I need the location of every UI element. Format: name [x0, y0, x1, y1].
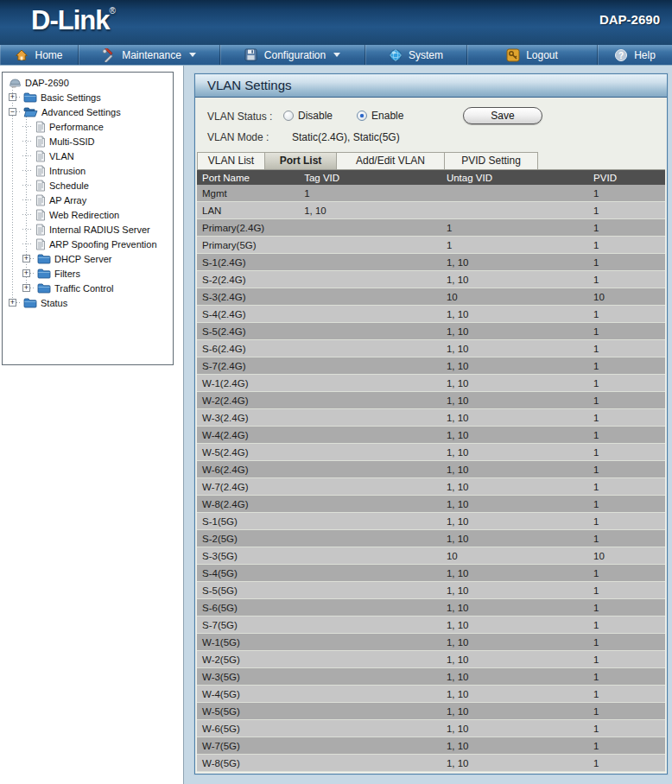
table-row: S-7(2.4G)1, 101: [197, 357, 665, 375]
sidebar-item-advanced-settings[interactable]: −Advanced Settings: [3, 104, 173, 119]
nav-item-configuration[interactable]: Configuration: [220, 45, 365, 65]
nav-item-logout[interactable]: Logout: [467, 45, 598, 65]
expand-toggle[interactable]: −: [9, 108, 16, 116]
table-row: W-3(2.4G)1, 101: [197, 409, 665, 427]
sidebar-item-schedule[interactable]: Schedule: [3, 178, 173, 193]
sidebar-item-multi-ssid[interactable]: Multi-SSID: [3, 134, 173, 149]
cell-untag-vid: 1, 10: [441, 565, 588, 582]
sidebar-item-vlan[interactable]: VLAN: [3, 149, 173, 163]
cell-pvid: 1: [588, 513, 665, 530]
table-row: W-7(2.4G)1, 101: [197, 478, 665, 496]
cell-pvid: 1: [588, 461, 665, 478]
table-header-row: Port NameTag VIDUntag VIDPVID: [197, 170, 665, 185]
cell-tag-vid: [299, 409, 441, 427]
cell-port-name: S-2(5G): [197, 530, 299, 547]
cell-untag-vid: 1, 10: [441, 340, 588, 357]
sidebar-item-label: Performance: [49, 122, 104, 132]
nav-item-label: Home: [35, 49, 62, 61]
table-row: S-5(5G)1, 101: [197, 582, 665, 599]
table-row: Primary(2.4G)11: [197, 219, 665, 237]
tree-connector: [22, 170, 33, 171]
page-icon: [35, 121, 46, 133]
cell-tag-vid: [299, 340, 441, 357]
radio-option-disable[interactable]: Disable: [283, 110, 333, 122]
cell-port-name: W-1(5G): [197, 634, 299, 651]
nav-item-help[interactable]: ?Help: [598, 45, 672, 65]
cell-tag-vid: 1, 10: [299, 202, 441, 219]
cell-pvid: 1: [588, 634, 665, 651]
sidebar-item-intrusion[interactable]: Intrusion: [3, 163, 173, 178]
cell-port-name: S-6(2.4G): [197, 340, 299, 357]
radio-disable[interactable]: [283, 111, 294, 121]
cell-untag-vid: 1, 10: [441, 478, 588, 496]
help-icon: ?: [614, 48, 628, 62]
sidebar-item-label: Internal RADIUS Server: [49, 224, 150, 235]
cell-pvid: 1: [588, 616, 665, 634]
expand-toggle[interactable]: +: [9, 299, 16, 307]
sidebar-item-arp-spoofing-prevention[interactable]: ARP Spoofing Prevention: [3, 237, 173, 251]
nav-item-home[interactable]: Home: [0, 45, 79, 65]
cell-untag-vid: 1: [441, 219, 588, 237]
radio-enable[interactable]: [357, 111, 367, 121]
cell-tag-vid: [299, 634, 441, 651]
sidebar: DAP-2690+Basic Settings−Advanced Setting…: [0, 66, 184, 784]
cell-port-name: LAN: [197, 202, 299, 219]
col-header-port-name: Port Name: [197, 170, 299, 185]
save-button[interactable]: Save: [463, 107, 542, 124]
page-icon: [35, 224, 46, 236]
expand-toggle[interactable]: +: [22, 269, 30, 277]
nav-item-system[interactable]: System: [365, 45, 467, 65]
cell-tag-vid: [299, 686, 441, 703]
cell-tag-vid: [299, 323, 441, 340]
tab-add-edit-vlan[interactable]: Add/Edit VLAN: [337, 152, 445, 169]
cell-tag-vid: [299, 582, 441, 599]
dlink-logo: D-Link®: [31, 5, 116, 36]
cell-tag-vid: [299, 513, 441, 530]
sidebar-item-ap-array[interactable]: AP Array: [3, 193, 173, 207]
cell-untag-vid: 1, 10: [441, 755, 588, 772]
expand-toggle[interactable]: +: [22, 255, 30, 262]
sidebar-item-web-redirection[interactable]: Web Redirection: [3, 207, 173, 222]
cell-tag-vid: [299, 496, 441, 513]
tab-pvid-setting[interactable]: PVID Setting: [445, 152, 538, 169]
table-row: W-5(5G)1, 101: [197, 703, 665, 720]
cell-tag-vid: [299, 219, 441, 237]
cell-untag-vid: 1, 10: [441, 530, 588, 547]
vlan-mode-label: VLAN Mode :: [207, 131, 283, 143]
sidebar-item-internal-radius-server[interactable]: Internal RADIUS Server: [3, 222, 173, 237]
tree-connector: [30, 258, 35, 259]
radio-option-enable[interactable]: Enable: [357, 110, 403, 122]
sidebar-item-dhcp-server[interactable]: +DHCP Server: [3, 251, 173, 266]
cell-untag-vid: 1, 10: [441, 496, 588, 513]
table-row: W-6(2.4G)1, 101: [197, 461, 665, 478]
cell-port-name: W-6(2.4G): [197, 461, 299, 478]
cell-port-name: W-2(2.4G): [197, 392, 299, 409]
sidebar-item-traffic-control[interactable]: +Traffic Control: [3, 281, 173, 295]
sidebar-item-dap-2690[interactable]: DAP-2690: [3, 75, 173, 90]
tab-port-list[interactable]: Port List: [265, 152, 337, 169]
sidebar-item-filters[interactable]: +Filters: [3, 266, 173, 281]
app-window: D-Link® DAP-2690 HomeMaintenanceConfigur…: [0, 0, 672, 784]
cell-port-name: S-5(2.4G): [197, 323, 299, 340]
sidebar-item-basic-settings[interactable]: +Basic Settings: [3, 90, 173, 104]
sidebar-item-label: DHCP Server: [54, 254, 111, 264]
tree-connector: [30, 288, 35, 288]
cell-port-name: W-6(5G): [197, 720, 299, 737]
cell-untag-vid: 1, 10: [441, 392, 588, 409]
cell-tag-vid: [299, 565, 441, 582]
tree-connector: [22, 229, 33, 230]
cell-tag-vid: [299, 375, 441, 392]
expand-toggle[interactable]: +: [22, 284, 30, 292]
cell-pvid: 1: [588, 202, 665, 219]
nav-item-maintenance[interactable]: Maintenance: [79, 45, 220, 65]
sidebar-item-label: Basic Settings: [41, 92, 101, 103]
masthead: D-Link® DAP-2690: [0, 0, 672, 45]
col-header-untag-vid: Untag VID: [441, 170, 588, 185]
expand-toggle[interactable]: +: [9, 93, 16, 101]
tab-vlan-list[interactable]: VLAN List: [197, 152, 265, 169]
cell-untag-vid: 1, 10: [441, 306, 588, 323]
chevron-down-icon: [189, 53, 196, 57]
sidebar-item-performance[interactable]: Performance: [3, 119, 173, 134]
cell-untag-vid: [441, 202, 588, 219]
sidebar-item-status[interactable]: +Status: [3, 295, 173, 310]
